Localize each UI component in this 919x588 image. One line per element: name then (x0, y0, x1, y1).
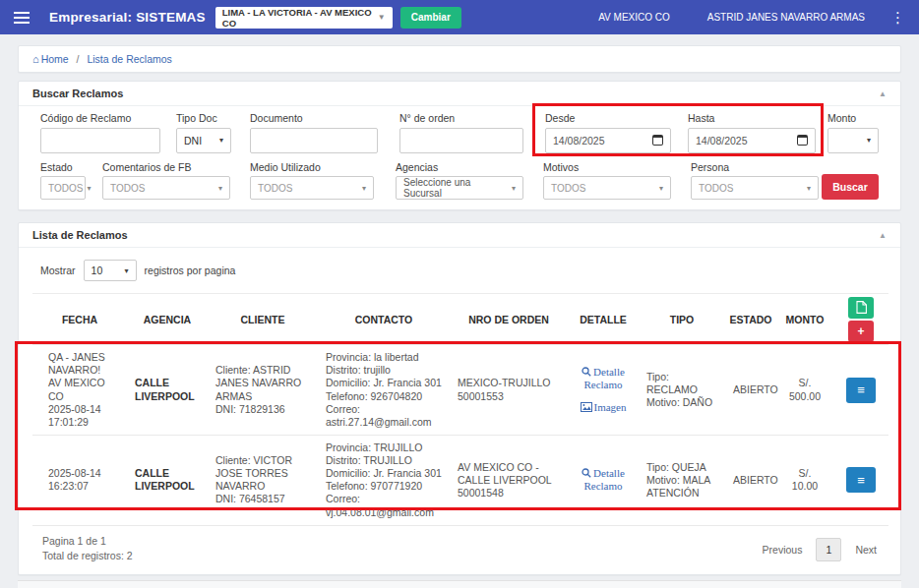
medio-utilizado-select[interactable]: TODOS ▾ (250, 176, 374, 200)
claims-list-header[interactable]: Lista de Reclamos ▲ (19, 223, 900, 248)
col-cliente: CLIENTE (208, 294, 318, 345)
col-detalle: DETALLE (568, 294, 639, 345)
cell-estado: ABIERTO (725, 435, 776, 525)
tipo-doc-label: Tipo Doc (176, 112, 231, 125)
add-claim-button[interactable]: + (848, 321, 874, 342)
buscar-button[interactable]: Buscar (822, 174, 879, 200)
codigo-reclamo-label: Código de Reclamo (40, 112, 160, 125)
search-panel-title: Buscar Reclamos (32, 88, 123, 99)
orden-input[interactable] (399, 128, 523, 153)
estado-label: Estado (40, 161, 86, 174)
export-excel-button[interactable] (848, 297, 874, 319)
chevron-down-icon: ▾ (659, 184, 663, 193)
col-tipo: TIPO (639, 294, 725, 345)
app-title: Empresarial: SISTEMAS (49, 10, 206, 25)
cell-tipo: Tipo: RECLAMO Motivo: DAÑO (639, 345, 725, 436)
cell-detalle: Detalle Reclamo (568, 435, 639, 525)
chevron-down-icon: ▾ (362, 184, 366, 193)
table-header-row: FECHA AGENCIA CLIENTE CONTACTO NRO DE OR… (32, 294, 888, 345)
cell-fecha: 2025-08-14 16:23:07 (32, 435, 127, 525)
collapse-chevron-icon[interactable]: ▲ (879, 89, 887, 98)
medio-utilizado-label: Medio Utilizado (250, 161, 374, 174)
chevron-down-icon: ▾ (87, 184, 91, 193)
chevron-down-icon: ▾ (867, 136, 871, 145)
hasta-label: Hasta (688, 112, 816, 125)
col-estado: ESTADO (725, 294, 776, 345)
excel-file-icon (856, 301, 867, 314)
page-size-select[interactable]: 10 ▾ (84, 260, 137, 281)
comentarios-fb-select[interactable]: TODOS ▾ (102, 176, 230, 200)
cell-tipo: Tipo: QUEJA Motivo: MALA ATENCIÓN (639, 435, 725, 525)
persona-select[interactable]: TODOS ▾ (691, 176, 819, 200)
previous-page-button[interactable]: Previous (763, 544, 803, 556)
chevron-down-icon: ▾ (218, 184, 222, 193)
cell-fecha: QA - JANES NAVARRO! AV MEXICO CO 2025-08… (32, 345, 127, 436)
claims-table-container: FECHA AGENCIA CLIENTE CONTACTO NRO DE OR… (19, 281, 900, 574)
cell-agencia: CALLE LIVERPOOL (127, 345, 208, 436)
current-page-button[interactable]: 1 (816, 538, 841, 561)
chevron-down-icon: ▾ (219, 136, 223, 145)
cell-actions: ≡ (833, 345, 888, 436)
cell-cliente: Cliente: ASTRID JANES NAVARRO ARMAS DNI:… (208, 345, 318, 436)
registros-label: registros por pagina (145, 265, 236, 276)
documento-input[interactable] (250, 128, 378, 153)
image-icon (581, 402, 592, 412)
menu-lines-icon: ≡ (857, 473, 865, 488)
motivos-label: Motivos (543, 161, 671, 174)
comentarios-fb-label: Comentarios de FB (102, 161, 230, 174)
header-user-name[interactable]: ASTRID JANES NAVARRO ARMAS (707, 12, 865, 23)
table-row: QA - JANES NAVARRO! AV MEXICO CO 2025-08… (32, 345, 888, 436)
claims-list-title: Lista de Reclamos (32, 229, 128, 241)
kebab-menu-icon[interactable]: ⋮ (890, 10, 905, 25)
col-actions: + (833, 294, 888, 345)
search-icon (582, 367, 591, 377)
cell-nro-orden: AV MEXICO CO - CALLE LIVERPOOL 50001548 (450, 435, 568, 525)
breadcrumb-home-link[interactable]: ⌂Home (32, 53, 69, 65)
cell-agencia: CALLE LIVERPOOL (127, 435, 208, 525)
cell-monto: S/. 500.00 (776, 345, 833, 436)
cell-cliente: Cliente: VICTOR JOSE TORRES NAVARRO DNI:… (208, 435, 318, 525)
hamburger-menu-icon[interactable] (14, 12, 30, 24)
col-agencia: AGENCIA (127, 294, 208, 345)
row-actions-button[interactable]: ≡ (846, 467, 876, 493)
row-actions-button[interactable]: ≡ (846, 378, 876, 403)
desde-label: Desde (545, 112, 671, 125)
col-fecha: FECHA (32, 294, 127, 345)
desde-date-input[interactable]: 14/08/2025 (545, 128, 671, 153)
branch-selector[interactable]: LIMA - LA VICTORIA - AV MEXICO CO ▼ (215, 7, 393, 29)
agencias-label: Agencias (396, 161, 523, 174)
col-contacto: CONTACTO (318, 294, 450, 345)
monto-label: Monto (827, 112, 879, 125)
cell-nro-orden: MEXICO-TRUJILLO 50001553 (450, 345, 568, 436)
chevron-down-icon: ▼ (378, 13, 386, 22)
calendar-icon[interactable] (797, 135, 808, 146)
cell-actions: ≡ (833, 435, 888, 525)
monto-total-bar: Monto Total: S/. 510.00 (18, 580, 901, 588)
table-row: 2025-08-14 16:23:07 CALLE LIVERPOOL Clie… (32, 435, 888, 525)
agencias-select[interactable]: Seleccione una Sucursal ▾ (396, 176, 523, 200)
claims-list-panel: Lista de Reclamos ▲ Mostrar 10 ▾ registr… (18, 222, 901, 575)
next-page-button[interactable]: Next (855, 544, 877, 556)
codigo-reclamo-input[interactable] (40, 128, 160, 153)
breadcrumb: ⌂Home / Lista de Reclamos (18, 45, 901, 73)
page-info: Pagina 1 de 1 (42, 534, 133, 550)
collapse-chevron-icon[interactable]: ▲ (879, 231, 887, 240)
motivos-select[interactable]: TODOS ▾ (543, 176, 671, 200)
tipo-doc-select[interactable]: DNI ▾ (176, 128, 231, 153)
breadcrumb-current-link[interactable]: Lista de Reclamos (87, 53, 171, 65)
calendar-icon[interactable] (652, 135, 663, 146)
search-icon (582, 468, 591, 478)
search-panel-header[interactable]: Buscar Reclamos ▲ (19, 82, 900, 106)
detalle-reclamo-link[interactable]: Detalle Reclamo (576, 467, 631, 493)
cell-contacto: Provincia: TRUJILLO Distrito: TRUJILLO D… (318, 435, 450, 525)
top-navbar: Empresarial: SISTEMAS LIMA - LA VICTORIA… (0, 0, 919, 34)
detalle-reclamo-link[interactable]: Detalle Reclamo (576, 366, 631, 391)
monto-select[interactable]: ▾ (827, 128, 879, 153)
estado-select[interactable]: TODOS ▾ (40, 176, 86, 200)
total-records: Total de registros: 2 (42, 549, 133, 564)
chevron-down-icon: ▾ (512, 184, 516, 193)
claims-table: FECHA AGENCIA CLIENTE CONTACTO NRO DE OR… (32, 293, 888, 526)
cambiar-button[interactable]: Cambiar (400, 7, 461, 29)
hasta-date-input[interactable]: 14/08/2025 (688, 128, 816, 153)
imagen-link[interactable]: Imagen (581, 401, 627, 414)
